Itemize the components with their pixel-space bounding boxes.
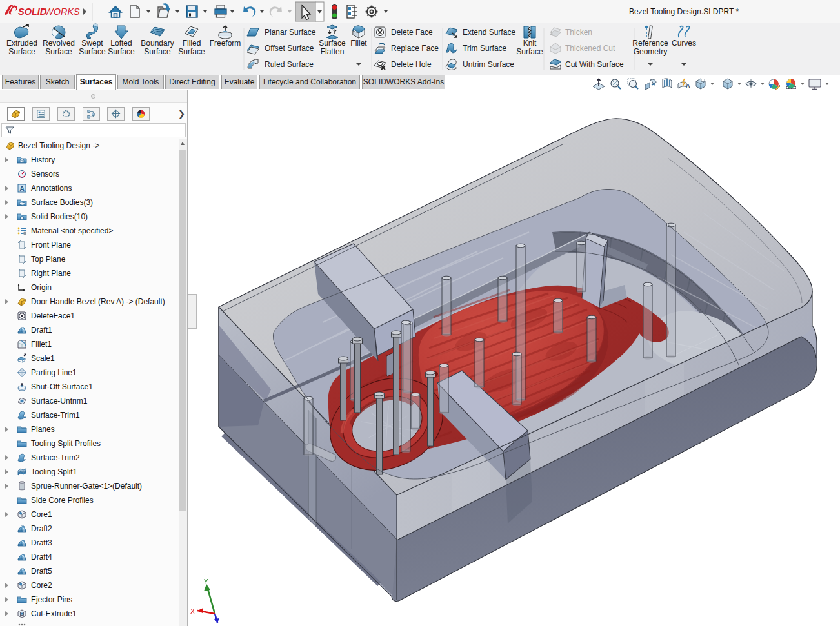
svg-text:X: X xyxy=(190,608,195,615)
svg-text:SOLID: SOLID xyxy=(18,6,47,17)
svg-text:A: A xyxy=(686,83,690,89)
svg-text:Y: Y xyxy=(204,578,208,585)
svg-text:WORKS: WORKS xyxy=(45,6,80,17)
